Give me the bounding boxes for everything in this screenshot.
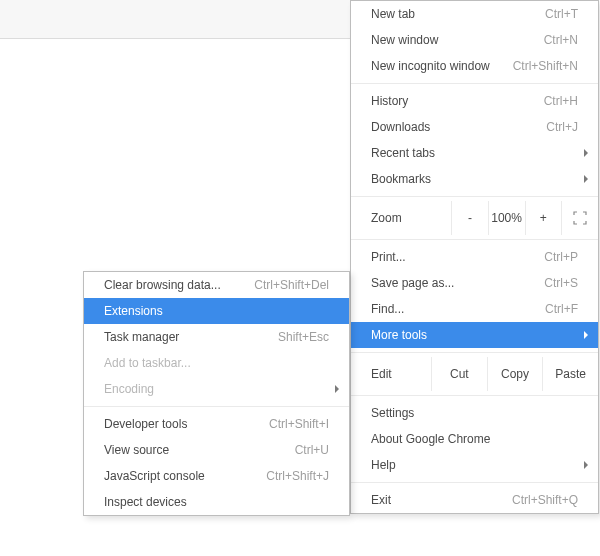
menu-item-label: Encoding: [104, 381, 329, 397]
menu-item-encoding[interactable]: Encoding: [84, 376, 349, 402]
menu-item-label: History: [371, 93, 532, 109]
edit-row: Edit Cut Copy Paste: [351, 357, 598, 391]
menu-item-label: New window: [371, 32, 532, 48]
zoom-in-button[interactable]: +: [525, 201, 562, 235]
menu-item-shortcut: Ctrl+Shift+Q: [500, 492, 578, 508]
submenu-arrow-icon: [584, 149, 588, 157]
menu-separator: [351, 239, 598, 240]
menu-item-shortcut: Ctrl+T: [533, 6, 578, 22]
menu-item-shortcut: Ctrl+Shift+J: [254, 468, 329, 484]
menu-item-label: Exit: [371, 492, 500, 508]
menu-separator: [351, 196, 598, 197]
menu-item-label: Save page as...: [371, 275, 532, 291]
menu-separator: [351, 395, 598, 396]
menu-item-label: View source: [104, 442, 283, 458]
menu-item-clear-browsing-data[interactable]: Clear browsing data... Ctrl+Shift+Del: [84, 272, 349, 298]
main-menu: New tab Ctrl+T New window Ctrl+N New inc…: [350, 0, 599, 514]
zoom-out-button[interactable]: -: [451, 201, 488, 235]
edit-label: Edit: [351, 357, 431, 391]
menu-item-recent-tabs[interactable]: Recent tabs: [351, 140, 598, 166]
copy-button[interactable]: Copy: [487, 357, 543, 391]
menu-item-view-source[interactable]: View source Ctrl+U: [84, 437, 349, 463]
menu-item-label: Print...: [371, 249, 532, 265]
submenu-arrow-icon: [584, 175, 588, 183]
menu-item-label: Help: [371, 457, 578, 473]
menu-item-label: Settings: [371, 405, 578, 421]
menu-item-new-tab[interactable]: New tab Ctrl+T: [351, 1, 598, 27]
menu-item-history[interactable]: History Ctrl+H: [351, 88, 598, 114]
menu-item-shortcut: Ctrl+Shift+N: [501, 58, 578, 74]
menu-item-about[interactable]: About Google Chrome: [351, 426, 598, 452]
menu-item-label: Downloads: [371, 119, 534, 135]
menu-item-new-incognito[interactable]: New incognito window Ctrl+Shift+N: [351, 53, 598, 79]
menu-item-label: Developer tools: [104, 416, 257, 432]
menu-item-more-tools[interactable]: More tools: [351, 322, 598, 348]
menu-item-label: Task manager: [104, 329, 266, 345]
browser-toolbar-strip: [0, 0, 350, 39]
menu-item-label: Inspect devices: [104, 494, 329, 510]
menu-item-find[interactable]: Find... Ctrl+F: [351, 296, 598, 322]
menu-item-label: Find...: [371, 301, 533, 317]
menu-item-inspect-devices[interactable]: Inspect devices: [84, 489, 349, 515]
menu-separator: [351, 482, 598, 483]
menu-item-settings[interactable]: Settings: [351, 400, 598, 426]
menu-item-new-window[interactable]: New window Ctrl+N: [351, 27, 598, 53]
submenu-arrow-icon: [584, 331, 588, 339]
submenu-arrow-icon: [335, 385, 339, 393]
zoom-row: Zoom - 100% +: [351, 201, 598, 235]
menu-item-exit[interactable]: Exit Ctrl+Shift+Q: [351, 487, 598, 513]
menu-separator: [84, 406, 349, 407]
menu-separator: [351, 83, 598, 84]
menu-item-label: New incognito window: [371, 58, 501, 74]
menu-item-label: Clear browsing data...: [104, 277, 242, 293]
submenu-arrow-icon: [584, 461, 588, 469]
menu-item-task-manager[interactable]: Task manager Shift+Esc: [84, 324, 349, 350]
menu-item-bookmarks[interactable]: Bookmarks: [351, 166, 598, 192]
menu-item-shortcut: Ctrl+S: [532, 275, 578, 291]
menu-item-shortcut: Ctrl+H: [532, 93, 578, 109]
more-tools-submenu: Clear browsing data... Ctrl+Shift+Del Ex…: [83, 271, 350, 516]
menu-separator: [351, 352, 598, 353]
menu-item-shortcut: Ctrl+N: [532, 32, 578, 48]
menu-item-save-page[interactable]: Save page as... Ctrl+S: [351, 270, 598, 296]
menu-item-shortcut: Ctrl+J: [534, 119, 578, 135]
fullscreen-icon: [573, 211, 587, 225]
menu-item-label: Add to taskbar...: [104, 355, 329, 371]
menu-item-label: JavaScript console: [104, 468, 254, 484]
zoom-label: Zoom: [351, 201, 451, 235]
menu-item-shortcut: Ctrl+F: [533, 301, 578, 317]
menu-item-help[interactable]: Help: [351, 452, 598, 478]
zoom-value: 100%: [488, 201, 525, 235]
menu-item-label: Recent tabs: [371, 145, 578, 161]
menu-item-label: New tab: [371, 6, 533, 22]
menu-item-label: More tools: [371, 327, 578, 343]
menu-item-developer-tools[interactable]: Developer tools Ctrl+Shift+I: [84, 411, 349, 437]
menu-item-shortcut: Ctrl+Shift+Del: [242, 277, 329, 293]
menu-item-js-console[interactable]: JavaScript console Ctrl+Shift+J: [84, 463, 349, 489]
menu-item-shortcut: Ctrl+Shift+I: [257, 416, 329, 432]
menu-item-label: Extensions: [104, 303, 329, 319]
fullscreen-button[interactable]: [561, 201, 598, 235]
menu-item-add-to-taskbar: Add to taskbar...: [84, 350, 349, 376]
menu-item-print[interactable]: Print... Ctrl+P: [351, 244, 598, 270]
cut-button[interactable]: Cut: [431, 357, 487, 391]
menu-item-label: Bookmarks: [371, 171, 578, 187]
menu-item-label: About Google Chrome: [371, 431, 578, 447]
paste-button[interactable]: Paste: [542, 357, 598, 391]
menu-item-shortcut: Shift+Esc: [266, 329, 329, 345]
menu-item-downloads[interactable]: Downloads Ctrl+J: [351, 114, 598, 140]
menu-item-extensions[interactable]: Extensions: [84, 298, 349, 324]
menu-item-shortcut: Ctrl+U: [283, 442, 329, 458]
menu-item-shortcut: Ctrl+P: [532, 249, 578, 265]
